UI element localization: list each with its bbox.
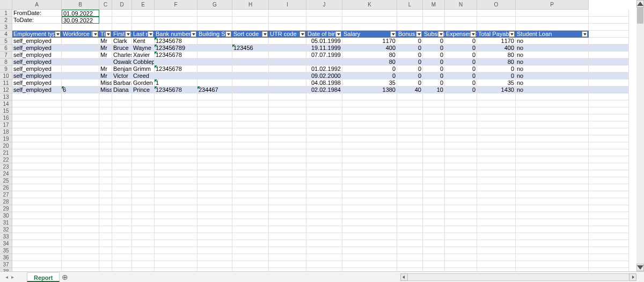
table-cell[interactable]: 0: [477, 66, 516, 73]
row-header-30[interactable]: 30: [0, 212, 12, 219]
cell[interactable]: [112, 142, 132, 149]
cell[interactable]: [423, 233, 445, 240]
cell[interactable]: [397, 177, 423, 184]
table-cell[interactable]: [589, 45, 629, 52]
cell[interactable]: [342, 261, 397, 268]
cell[interactable]: [112, 247, 132, 254]
table-cell[interactable]: 0: [445, 45, 477, 52]
cell[interactable]: [155, 247, 197, 254]
cell[interactable]: [132, 198, 155, 205]
cell[interactable]: [112, 121, 132, 128]
cell[interactable]: [306, 149, 342, 156]
cell[interactable]: [232, 121, 269, 128]
cell[interactable]: [99, 17, 112, 24]
cell[interactable]: [306, 163, 342, 170]
cell[interactable]: [232, 142, 269, 149]
table-header-bank-number[interactable]: Bank number: [155, 31, 197, 38]
cell[interactable]: [306, 226, 342, 233]
row-header-6[interactable]: 6: [0, 45, 12, 52]
cell[interactable]: [477, 128, 516, 135]
cell[interactable]: [269, 24, 306, 31]
cell[interactable]: [269, 100, 306, 107]
cell[interactable]: [397, 163, 423, 170]
table-header-bonus[interactable]: Bonus: [397, 31, 423, 38]
cell[interactable]: [112, 240, 132, 247]
cell[interactable]: [423, 24, 445, 31]
table-cell[interactable]: 400: [342, 45, 397, 52]
cell[interactable]: [397, 156, 423, 163]
table-header-employment-type[interactable]: Employment type: [12, 31, 62, 38]
cell[interactable]: [477, 156, 516, 163]
row-header-34[interactable]: 34: [0, 240, 12, 247]
column-header-G[interactable]: G: [197, 0, 232, 10]
cell[interactable]: [232, 205, 269, 212]
cell[interactable]: [12, 240, 62, 247]
cell[interactable]: [132, 24, 155, 31]
cell[interactable]: [62, 226, 99, 233]
cell[interactable]: [397, 219, 423, 226]
cell[interactable]: [62, 142, 99, 149]
table-cell[interactable]: [62, 45, 99, 52]
cell[interactable]: [397, 261, 423, 268]
scroll-right-button[interactable]: [629, 273, 636, 281]
table-header-total-payable-inc-expenses-[interactable]: Total Payable (inc. expenses): [477, 31, 516, 38]
table-cell[interactable]: Diana: [112, 86, 132, 93]
cell[interactable]: [516, 219, 589, 226]
table-cell[interactable]: [197, 59, 232, 66]
cell[interactable]: [62, 219, 99, 226]
cell[interactable]: [342, 163, 397, 170]
filter-dropdown-icon[interactable]: [299, 31, 305, 37]
table-cell[interactable]: self_employed: [12, 59, 62, 66]
table-cell[interactable]: self_employed: [12, 79, 62, 86]
table-cell[interactable]: self_employed: [12, 38, 62, 45]
cell[interactable]: [155, 114, 197, 121]
filter-dropdown-icon[interactable]: [125, 31, 131, 37]
table-cell[interactable]: Mr: [99, 52, 112, 59]
table-cell[interactable]: [232, 52, 269, 59]
cell[interactable]: [477, 142, 516, 149]
cell[interactable]: [306, 247, 342, 254]
cell[interactable]: [197, 219, 232, 226]
table-cell[interactable]: [232, 86, 269, 93]
cell[interactable]: [197, 247, 232, 254]
row-header-10[interactable]: 10: [0, 73, 12, 79]
cell[interactable]: [62, 184, 99, 191]
cell[interactable]: [197, 184, 232, 191]
cell[interactable]: [132, 163, 155, 170]
cell[interactable]: [132, 184, 155, 191]
cell[interactable]: [306, 93, 342, 100]
cell[interactable]: [445, 156, 477, 163]
cell[interactable]: [516, 10, 589, 17]
cell[interactable]: [269, 114, 306, 121]
cell[interactable]: [99, 219, 112, 226]
table-cell[interactable]: Oswald: [112, 59, 132, 66]
table-cell[interactable]: 0: [445, 66, 477, 73]
cell[interactable]: [306, 128, 342, 135]
cell[interactable]: [423, 149, 445, 156]
sheet-tab-report[interactable]: Report: [27, 272, 60, 282]
table-cell[interactable]: Miss: [99, 79, 112, 86]
row-header-24[interactable]: 24: [0, 170, 12, 177]
table-cell[interactable]: 0: [397, 45, 423, 52]
table-cell[interactable]: self_employed: [12, 86, 62, 93]
cell[interactable]: [12, 128, 62, 135]
table-cell[interactable]: [306, 59, 342, 66]
cell[interactable]: [232, 107, 269, 114]
cell[interactable]: [397, 184, 423, 191]
column-header-I[interactable]: I: [269, 0, 306, 10]
cell[interactable]: [99, 254, 112, 261]
cell[interactable]: [445, 135, 477, 142]
cell[interactable]: [397, 17, 423, 24]
cell[interactable]: [99, 128, 112, 135]
table-cell[interactable]: [62, 52, 99, 59]
cell[interactable]: [589, 107, 629, 114]
cell[interactable]: [269, 198, 306, 205]
table-cell[interactable]: [589, 38, 629, 45]
cell[interactable]: [62, 205, 99, 212]
cell[interactable]: [12, 261, 62, 268]
cell[interactable]: [62, 114, 99, 121]
cell[interactable]: [155, 198, 197, 205]
table-cell[interactable]: 0: [397, 73, 423, 79]
table-cell[interactable]: 12345678: [155, 86, 197, 93]
table-cell[interactable]: Creed: [132, 73, 155, 79]
